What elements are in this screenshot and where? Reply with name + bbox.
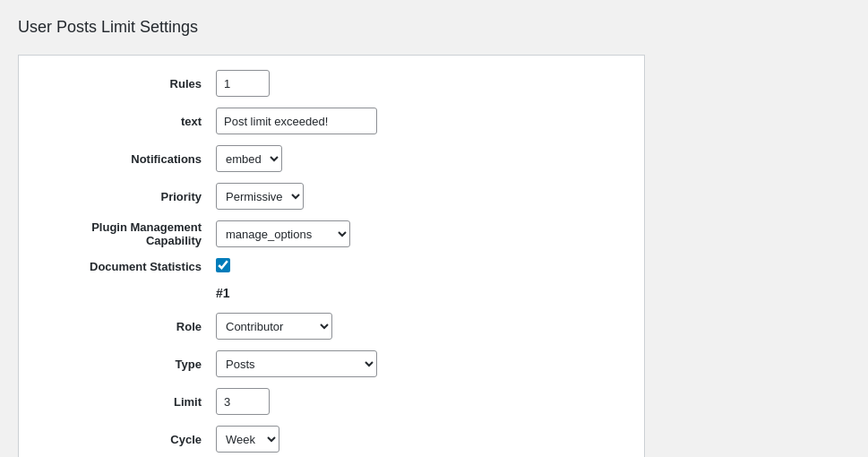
rules-label: Rules (37, 77, 216, 91)
text-row: text (37, 108, 626, 134)
priority-row: Priority Permissive Strict (37, 183, 626, 210)
doc-stats-checkbox[interactable] (216, 258, 230, 272)
plugin-mgmt-select[interactable]: manage_options activate_plugins administ… (216, 220, 350, 247)
priority-control: Permissive Strict (216, 183, 304, 210)
doc-stats-control (216, 258, 230, 275)
page-title: User Posts Limit Settings (18, 18, 850, 37)
limit-label: Limit (37, 395, 216, 409)
text-label: text (37, 115, 216, 128)
type-label: Type (37, 358, 216, 371)
notifications-select[interactable]: embed inline none (216, 145, 282, 172)
priority-select[interactable]: Permissive Strict (216, 183, 304, 210)
role-control: Contributor Author Editor Administrator … (216, 313, 332, 340)
notifications-row: Notifications embed inline none (37, 145, 626, 172)
role-select[interactable]: Contributor Author Editor Administrator … (216, 313, 332, 340)
role-label: Role (37, 320, 216, 333)
type-row: Type Posts Pages Custom Post Type (37, 350, 626, 377)
rules-input[interactable] (216, 70, 270, 97)
cycle-select[interactable]: Week Day Month Year (216, 426, 279, 453)
type-select[interactable]: Posts Pages Custom Post Type (216, 350, 377, 377)
doc-stats-row: Document Statistics (37, 258, 626, 275)
limit-row: Limit (37, 388, 626, 415)
plugin-mgmt-label: Plugin Management Capability (37, 220, 216, 247)
limit-control (216, 388, 270, 415)
text-input[interactable] (216, 108, 377, 134)
plugin-mgmt-row: Plugin Management Capability manage_opti… (37, 220, 626, 247)
settings-form: Rules text Notifications embed inline no… (18, 55, 645, 457)
priority-label: Priority (37, 190, 216, 203)
role-row: Role Contributor Author Editor Administr… (37, 313, 626, 340)
plugin-mgmt-control: manage_options activate_plugins administ… (216, 220, 350, 247)
limit-input[interactable] (216, 388, 270, 415)
notifications-control: embed inline none (216, 145, 282, 172)
text-control (216, 108, 377, 134)
rules-row: Rules (37, 70, 626, 97)
rules-control (216, 70, 270, 97)
cycle-row: Cycle Week Day Month Year (37, 426, 626, 453)
cycle-control: Week Day Month Year (216, 426, 279, 453)
rule-number: #1 (37, 286, 626, 300)
cycle-label: Cycle (37, 433, 216, 446)
notifications-label: Notifications (37, 152, 216, 166)
type-control: Posts Pages Custom Post Type (216, 350, 377, 377)
doc-stats-label: Document Statistics (37, 260, 216, 273)
